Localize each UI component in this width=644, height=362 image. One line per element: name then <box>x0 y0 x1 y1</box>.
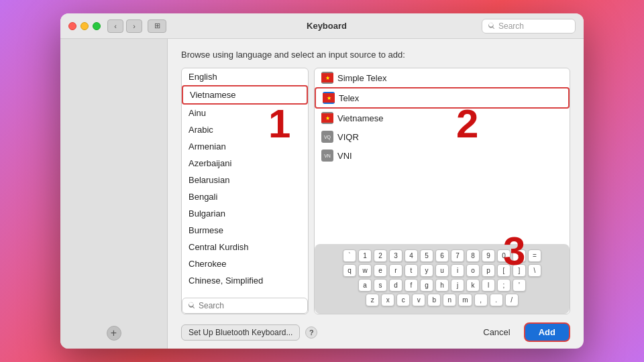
left-sidebar: + <box>60 39 168 349</box>
lang-armenian[interactable]: Armenian <box>182 138 308 155</box>
language-list: English Vietnamese Ainu Arabic Armenian … <box>181 68 309 314</box>
kb-key: 4 <box>405 249 418 262</box>
maximize-button[interactable] <box>93 22 101 30</box>
kb-key: u <box>435 264 449 277</box>
kb-key: ; <box>497 279 511 292</box>
kb-key: c <box>396 294 410 306</box>
kb-key: 2 <box>374 249 387 262</box>
kb-key: \ <box>528 264 541 277</box>
input-simple-telex[interactable]: Simple Telex <box>315 68 570 87</box>
kb-key: 7 <box>451 249 464 262</box>
kb-key: d <box>389 279 402 292</box>
kb-key: g <box>420 279 433 292</box>
search-icon-lang <box>188 302 196 310</box>
lang-english[interactable]: English <box>182 68 308 85</box>
kb-key: 1 <box>358 249 372 262</box>
lang-ainu[interactable]: Ainu <box>182 105 308 121</box>
lang-vietnamese[interactable]: Vietnamese <box>182 85 308 105</box>
kb-key: z <box>366 294 379 306</box>
kb-key: v <box>412 294 425 306</box>
input-vietnamese[interactable]: Vietnamese <box>315 109 570 127</box>
kb-key: / <box>505 294 519 306</box>
kb-key: q <box>343 264 356 277</box>
kb-key: j <box>451 279 464 292</box>
lang-bulgarian[interactable]: Bulgarian <box>182 205 308 222</box>
kb-key: , <box>474 294 488 306</box>
kb-key: t <box>405 264 418 277</box>
language-list-scroll[interactable]: English Vietnamese Ainu Arabic Armenian … <box>182 68 308 294</box>
input-vni[interactable]: VN VNI <box>315 146 570 165</box>
kb-key: b <box>427 294 441 306</box>
lang-azerbaijani[interactable]: Azerbaijani <box>182 155 308 172</box>
lang-chinese-simplified[interactable]: Chinese, Simplified <box>182 272 308 289</box>
kb-key: y <box>420 264 433 277</box>
keyboard-preview: ` 1 2 3 4 5 6 7 8 9 0 - = <box>315 244 570 314</box>
input-source-scroll[interactable]: Simple Telex Telex Vietnamese <box>315 68 570 239</box>
language-search[interactable] <box>182 298 308 314</box>
kb-key: 3 <box>389 249 402 262</box>
kb-key: f <box>405 279 418 292</box>
window-title: Keyboard <box>172 21 482 31</box>
telex-icon <box>323 92 335 104</box>
kb-key: - <box>513 249 526 262</box>
search-icon <box>488 22 496 30</box>
add-button[interactable]: Add <box>524 322 570 342</box>
traffic-lights <box>68 22 101 30</box>
input-telex[interactable]: Telex <box>315 87 570 109</box>
kb-key: m <box>458 294 472 306</box>
help-button[interactable]: ? <box>305 326 317 339</box>
kb-key: a <box>358 279 372 292</box>
vietnamese-icon <box>321 112 333 124</box>
kb-row-1: ` 1 2 3 4 5 6 7 8 9 0 - = <box>320 249 564 262</box>
cancel-button[interactable]: Cancel <box>475 324 518 340</box>
kb-key: h <box>435 279 449 292</box>
kb-key: . <box>490 294 503 306</box>
lang-burmese[interactable]: Burmese <box>182 222 308 239</box>
footer-row: Set Up Bluetooth Keyboard... ? Cancel Ad… <box>168 322 584 349</box>
vni-icon: VN <box>321 149 333 162</box>
lang-bengali[interactable]: Bengali <box>182 188 308 205</box>
kb-row-3: a s d f g h j k l ; ' <box>320 279 564 292</box>
grid-button[interactable]: ⊞ <box>148 19 166 33</box>
kb-key: k <box>466 279 480 292</box>
viqr-label: VIQR <box>337 132 359 142</box>
language-search-input[interactable] <box>199 301 302 310</box>
kb-key: = <box>528 249 541 262</box>
setup-bluetooth-button[interactable]: Set Up Bluetooth Keyboard... <box>181 324 300 341</box>
kb-row-4: z x c v b n m , . / <box>320 294 564 306</box>
add-language-button[interactable]: + <box>107 326 121 341</box>
kb-key: r <box>389 264 402 277</box>
kb-key: n <box>443 294 456 306</box>
simple-telex-label: Simple Telex <box>337 73 386 83</box>
back-button[interactable]: ‹ <box>107 19 123 33</box>
kb-key: e <box>374 264 387 277</box>
titlebar-search-label: Search <box>498 21 524 31</box>
lang-cherokee[interactable]: Cherokee <box>182 255 308 272</box>
nav-buttons: ‹ › <box>107 19 142 33</box>
kb-key: x <box>381 294 394 306</box>
vni-label: VNI <box>337 151 352 161</box>
lang-belarusian[interactable]: Belarusian <box>182 172 308 188</box>
viqr-icon: VQ <box>321 131 333 143</box>
close-button[interactable] <box>68 22 76 30</box>
lang-arabic[interactable]: Arabic <box>182 121 308 138</box>
kb-key: 0 <box>497 249 511 262</box>
lists-row: English Vietnamese Ainu Arabic Armenian … <box>181 68 570 314</box>
titlebar-search[interactable]: Search <box>482 19 576 34</box>
kb-key: w <box>358 264 372 277</box>
vietnamese-label: Vietnamese <box>337 113 383 123</box>
input-source-list: Simple Telex Telex Vietnamese <box>314 68 570 314</box>
main-content: Browse using language and select an inpu… <box>168 39 584 322</box>
main-window: ‹ › ⊞ Keyboard Search + Browse using lan… <box>60 13 584 349</box>
minimize-button[interactable] <box>80 22 89 30</box>
forward-button[interactable]: › <box>126 19 142 33</box>
telex-label: Telex <box>339 93 359 103</box>
kb-row-2: q w e r t y u i o p [ ] \ <box>320 264 564 277</box>
kb-key: ` <box>343 249 356 262</box>
lang-central-kurdish[interactable]: Central Kurdish <box>182 239 308 255</box>
simple-telex-icon <box>321 72 333 84</box>
kb-key: 8 <box>466 249 480 262</box>
kb-key: 9 <box>482 249 495 262</box>
kb-key: 5 <box>420 249 433 262</box>
input-viqr[interactable]: VQ VIQR <box>315 127 570 146</box>
